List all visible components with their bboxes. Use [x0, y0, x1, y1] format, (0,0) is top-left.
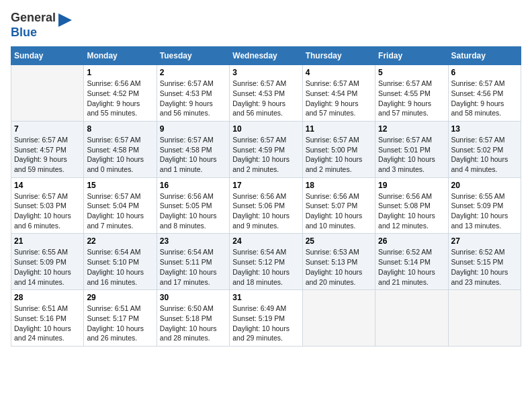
day-number: 23 — [160, 236, 226, 246]
calendar-cell: 3Sunrise: 6:57 AM Sunset: 4:53 PM Daylig… — [230, 65, 302, 122]
day-number: 7 — [14, 124, 81, 134]
calendar-cell: 7Sunrise: 6:57 AM Sunset: 4:57 PM Daylig… — [11, 121, 84, 177]
calendar-cell: 11Sunrise: 6:57 AM Sunset: 5:00 PM Dayli… — [302, 121, 375, 177]
calendar-cell: 19Sunrise: 6:56 AM Sunset: 5:08 PM Dayli… — [375, 177, 448, 234]
day-number: 20 — [451, 181, 518, 190]
calendar-cell: 14Sunrise: 6:57 AM Sunset: 5:03 PM Dayli… — [11, 177, 84, 234]
day-info: Sunrise: 6:56 AM Sunset: 5:05 PM Dayligh… — [160, 191, 226, 231]
day-info: Sunrise: 6:54 AM Sunset: 5:10 PM Dayligh… — [87, 247, 153, 287]
day-number: 13 — [451, 124, 518, 134]
day-number: 8 — [87, 124, 153, 134]
calendar-cell: 21Sunrise: 6:55 AM Sunset: 5:09 PM Dayli… — [11, 234, 84, 290]
day-info: Sunrise: 6:55 AM Sunset: 5:09 PM Dayligh… — [451, 191, 518, 231]
day-info: Sunrise: 6:57 AM Sunset: 4:55 PM Dayligh… — [378, 79, 445, 118]
day-number: 19 — [378, 181, 445, 190]
day-info: Sunrise: 6:50 AM Sunset: 5:18 PM Dayligh… — [160, 304, 226, 343]
day-info: Sunrise: 6:57 AM Sunset: 5:01 PM Dayligh… — [378, 135, 445, 175]
day-info: Sunrise: 6:57 AM Sunset: 4:57 PM Dayligh… — [14, 135, 81, 175]
day-info: Sunrise: 6:53 AM Sunset: 5:13 PM Dayligh… — [306, 247, 372, 287]
day-info: Sunrise: 6:52 AM Sunset: 5:14 PM Dayligh… — [378, 247, 445, 287]
day-number: 22 — [87, 236, 153, 246]
day-number: 4 — [306, 68, 372, 77]
header-thursday: Thursday — [302, 47, 375, 65]
calendar-cell — [302, 290, 375, 347]
svg-marker-0 — [58, 13, 72, 27]
day-number: 14 — [14, 181, 81, 190]
calendar-cell: 17Sunrise: 6:56 AM Sunset: 5:06 PM Dayli… — [230, 177, 302, 234]
calendar-cell: 10Sunrise: 6:57 AM Sunset: 4:59 PM Dayli… — [230, 121, 302, 177]
day-info: Sunrise: 6:56 AM Sunset: 4:52 PM Dayligh… — [87, 79, 153, 118]
day-number: 11 — [306, 124, 372, 134]
day-info: Sunrise: 6:57 AM Sunset: 5:00 PM Dayligh… — [306, 135, 372, 175]
day-number: 25 — [306, 236, 372, 246]
calendar-cell: 28Sunrise: 6:51 AM Sunset: 5:16 PM Dayli… — [11, 290, 84, 347]
header-tuesday: Tuesday — [157, 47, 229, 65]
day-info: Sunrise: 6:57 AM Sunset: 4:59 PM Dayligh… — [232, 135, 299, 175]
calendar-cell: 24Sunrise: 6:54 AM Sunset: 5:12 PM Dayli… — [230, 234, 302, 290]
day-number: 16 — [160, 181, 226, 190]
day-info: Sunrise: 6:49 AM Sunset: 5:19 PM Dayligh… — [232, 304, 299, 343]
day-info: Sunrise: 6:57 AM Sunset: 4:56 PM Dayligh… — [451, 79, 518, 118]
calendar-cell: 20Sunrise: 6:55 AM Sunset: 5:09 PM Dayli… — [448, 177, 521, 234]
calendar-cell: 22Sunrise: 6:54 AM Sunset: 5:10 PM Dayli… — [84, 234, 157, 290]
calendar-cell: 25Sunrise: 6:53 AM Sunset: 5:13 PM Dayli… — [302, 234, 375, 290]
day-info: Sunrise: 6:51 AM Sunset: 5:16 PM Dayligh… — [14, 304, 81, 343]
day-info: Sunrise: 6:57 AM Sunset: 4:54 PM Dayligh… — [306, 79, 372, 118]
day-info: Sunrise: 6:54 AM Sunset: 5:11 PM Dayligh… — [160, 247, 226, 287]
calendar-cell: 6Sunrise: 6:57 AM Sunset: 4:56 PM Daylig… — [448, 65, 521, 122]
day-number: 10 — [232, 124, 299, 134]
header-monday: Monday — [84, 47, 157, 65]
day-number: 1 — [87, 68, 153, 77]
calendar-cell: 27Sunrise: 6:52 AM Sunset: 5:15 PM Dayli… — [448, 234, 521, 290]
calendar-cell: 30Sunrise: 6:50 AM Sunset: 5:18 PM Dayli… — [157, 290, 229, 347]
day-info: Sunrise: 6:57 AM Sunset: 4:53 PM Dayligh… — [232, 79, 299, 118]
week-row-0: 1Sunrise: 6:56 AM Sunset: 4:52 PM Daylig… — [11, 65, 521, 122]
calendar-cell — [375, 290, 448, 347]
calendar-cell: 26Sunrise: 6:52 AM Sunset: 5:14 PM Dayli… — [375, 234, 448, 290]
calendar-cell: 9Sunrise: 6:57 AM Sunset: 4:58 PM Daylig… — [157, 121, 229, 177]
calendar-cell: 15Sunrise: 6:57 AM Sunset: 5:04 PM Dayli… — [84, 177, 157, 234]
calendar-cell: 5Sunrise: 6:57 AM Sunset: 4:55 PM Daylig… — [375, 65, 448, 122]
day-info: Sunrise: 6:55 AM Sunset: 5:09 PM Dayligh… — [14, 247, 81, 287]
day-number: 2 — [160, 68, 226, 77]
day-info: Sunrise: 6:54 AM Sunset: 5:12 PM Dayligh… — [232, 247, 299, 287]
day-info: Sunrise: 6:51 AM Sunset: 5:17 PM Dayligh… — [87, 304, 153, 343]
calendar-cell: 18Sunrise: 6:56 AM Sunset: 5:07 PM Dayli… — [302, 177, 375, 234]
week-row-2: 14Sunrise: 6:57 AM Sunset: 5:03 PM Dayli… — [11, 177, 521, 234]
day-number: 17 — [232, 181, 299, 190]
day-number: 12 — [378, 124, 445, 134]
day-info: Sunrise: 6:52 AM Sunset: 5:15 PM Dayligh… — [451, 247, 518, 287]
header: GeneralBlue — [11, 11, 521, 40]
day-info: Sunrise: 6:56 AM Sunset: 5:06 PM Dayligh… — [232, 191, 299, 231]
day-info: Sunrise: 6:57 AM Sunset: 5:04 PM Dayligh… — [87, 191, 153, 231]
day-number: 24 — [232, 236, 299, 246]
header-wednesday: Wednesday — [230, 47, 302, 65]
day-number: 15 — [87, 181, 153, 190]
week-row-1: 7Sunrise: 6:57 AM Sunset: 4:57 PM Daylig… — [11, 121, 521, 177]
logo-triangle-icon — [58, 13, 72, 38]
calendar-cell: 29Sunrise: 6:51 AM Sunset: 5:17 PM Dayli… — [84, 290, 157, 347]
day-info: Sunrise: 6:56 AM Sunset: 5:08 PM Dayligh… — [378, 191, 445, 231]
logo: GeneralBlue — [11, 11, 72, 40]
calendar-header-row: SundayMondayTuesdayWednesdayThursdayFrid… — [11, 47, 521, 65]
calendar-cell: 23Sunrise: 6:54 AM Sunset: 5:11 PM Dayli… — [157, 234, 229, 290]
day-info: Sunrise: 6:57 AM Sunset: 5:03 PM Dayligh… — [14, 191, 81, 231]
week-row-4: 28Sunrise: 6:51 AM Sunset: 5:16 PM Dayli… — [11, 290, 521, 347]
calendar-cell: 31Sunrise: 6:49 AM Sunset: 5:19 PM Dayli… — [230, 290, 302, 347]
day-number: 30 — [160, 293, 226, 302]
calendar-cell — [448, 290, 521, 347]
calendar-table: SundayMondayTuesdayWednesdayThursdayFrid… — [11, 46, 521, 347]
calendar-cell: 13Sunrise: 6:57 AM Sunset: 5:02 PM Dayli… — [448, 121, 521, 177]
day-info: Sunrise: 6:57 AM Sunset: 4:58 PM Dayligh… — [160, 135, 226, 175]
calendar-cell: 8Sunrise: 6:57 AM Sunset: 4:58 PM Daylig… — [84, 121, 157, 177]
calendar-cell: 12Sunrise: 6:57 AM Sunset: 5:01 PM Dayli… — [375, 121, 448, 177]
calendar-cell — [11, 65, 84, 122]
day-info: Sunrise: 6:57 AM Sunset: 4:53 PM Dayligh… — [160, 79, 226, 118]
day-info: Sunrise: 6:57 AM Sunset: 5:02 PM Dayligh… — [451, 135, 518, 175]
day-info: Sunrise: 6:57 AM Sunset: 4:58 PM Dayligh… — [87, 135, 153, 175]
header-friday: Friday — [375, 47, 448, 65]
day-number: 6 — [451, 68, 518, 77]
header-saturday: Saturday — [448, 47, 521, 65]
day-number: 9 — [160, 124, 226, 134]
day-number: 3 — [232, 68, 299, 77]
